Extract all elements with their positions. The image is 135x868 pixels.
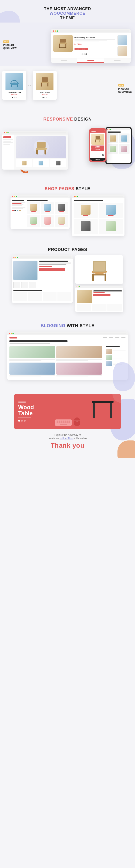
sidebar-logo (3, 136, 11, 138)
compare-card-2-dots (35, 97, 55, 98)
product-pages-section: PRODUCT PAGES (0, 241, 135, 317)
tablet-screen (107, 128, 131, 163)
shop-product-card (55, 202, 68, 214)
table-leg-left (93, 403, 95, 418)
shop-sidebar-item (12, 204, 23, 205)
phone-line1 (91, 152, 104, 152)
desktop-mockup (2, 131, 68, 169)
shop-right-card (99, 203, 123, 218)
key (63, 422, 64, 423)
responsive-mockup-container: Wood Table 01 04 SOFA (2, 125, 133, 175)
comparing-mockups: Crack Wood Chair $130.00 vs (2, 71, 109, 100)
quickview-side-thumbnails (117, 35, 129, 56)
pp-dot-green (17, 257, 18, 258)
tablet-card (108, 144, 118, 154)
tab1[interactable] (51, 58, 78, 63)
phone-price (91, 153, 97, 153)
blog-two-column (9, 346, 126, 378)
hero-line1: THE MOST ADVANCED (4, 6, 131, 11)
tablet-content (107, 130, 131, 155)
shop-product-price (59, 224, 64, 225)
shop-product-price (45, 211, 50, 212)
pp-second-related-card (92, 304, 107, 311)
mouse (74, 417, 80, 426)
comparing-tag: NEW (118, 84, 124, 87)
svg-rect-23 (94, 262, 105, 271)
pp-related-heading (14, 290, 42, 291)
shop-right-img-blue (106, 205, 116, 215)
pp-header-row (14, 260, 71, 280)
thankyou-price-line (18, 417, 31, 418)
tablet-mockup (105, 127, 132, 164)
blog-logo (9, 337, 17, 339)
swatch-tan (19, 210, 21, 211)
key (61, 421, 62, 422)
pp-second-related-card (77, 304, 91, 311)
blog-sidebar-text-2 (113, 356, 126, 359)
tab3[interactable] (104, 58, 131, 63)
blog-card-4 (56, 363, 102, 378)
phone-content: Wood Table 01 (90, 133, 105, 158)
pp-related-card (28, 292, 42, 301)
desktop-dot-red (4, 132, 5, 133)
pp-product-desc (39, 264, 66, 265)
tablet-product-img-blue (121, 135, 127, 142)
pp-url-bar (20, 256, 71, 258)
svg-rect-2 (59, 44, 60, 48)
responsive-rest: DESIGN (73, 117, 92, 121)
product-quickview-section: NEW PRODUCT QUICK VIEW (0, 23, 135, 66)
desktop-product-card (50, 159, 66, 167)
blog-page-title (9, 340, 68, 342)
keyboard-row-1 (57, 421, 70, 422)
quickview-product-name: Hebes Living Wood Sofa (75, 37, 115, 39)
add-to-cart-button[interactable]: ADD TO CART (75, 48, 88, 50)
pp-second-btn[interactable] (93, 294, 110, 296)
pp-related-card (43, 292, 57, 301)
quickview-label-text: PRODUCT QUICK VIEW (3, 44, 17, 50)
shop-sidebar (12, 200, 25, 227)
tablet-dot-green (110, 129, 111, 130)
mouse-scroll-wheel (77, 421, 78, 422)
blog-card-1-text (9, 359, 55, 360)
desktop-product-img (22, 161, 27, 165)
tablet-grid (108, 133, 130, 154)
swatch-blue (17, 210, 19, 211)
chair-icon (57, 37, 69, 50)
svg-rect-9 (41, 82, 49, 83)
table-top (91, 401, 113, 403)
svg-rect-13 (37, 142, 46, 148)
swatch-red (12, 210, 14, 211)
info-line1 (75, 39, 115, 40)
shop-right-grid (74, 203, 123, 234)
pp-second-content (75, 288, 124, 312)
responsive-heading: RESPONSIVE DESIGN (2, 117, 133, 122)
desktop-dot-green (7, 132, 8, 133)
shop-right-price (108, 232, 113, 232)
quickview-label: NEW PRODUCT QUICK VIEW (3, 39, 17, 50)
shop-left-content (10, 198, 70, 229)
svg-rect-3 (65, 44, 66, 48)
product-pages-row (2, 255, 133, 312)
svg-rect-17 (96, 136, 100, 139)
shop-right-content (72, 198, 125, 236)
desktop-dot-yellow (6, 132, 7, 133)
svg-rect-18 (95, 139, 101, 140)
blog-browser-bar (7, 332, 128, 335)
pp-add-to-cart-btn[interactable] (39, 268, 65, 271)
shop-sidebar-heading (12, 200, 24, 201)
thankyou-online-shop-link[interactable]: online Shop (60, 437, 74, 440)
tab2-active[interactable] (77, 58, 104, 63)
keyboard-row-3 (57, 424, 70, 425)
pp-second-product-row (77, 290, 122, 303)
thankyou-dot (24, 420, 26, 422)
shop-main (27, 200, 68, 227)
blog-nav-item (115, 337, 119, 338)
blog-spacer (2, 380, 133, 386)
shop-product-price (31, 224, 36, 225)
pp-related-grid (14, 292, 71, 301)
svg-rect-10 (41, 83, 42, 87)
compare-card-1-dots (4, 97, 24, 98)
shop-right-dot-yellow (75, 196, 77, 197)
blue-chair-icon (8, 76, 20, 88)
shop-mockup-row (2, 194, 133, 236)
